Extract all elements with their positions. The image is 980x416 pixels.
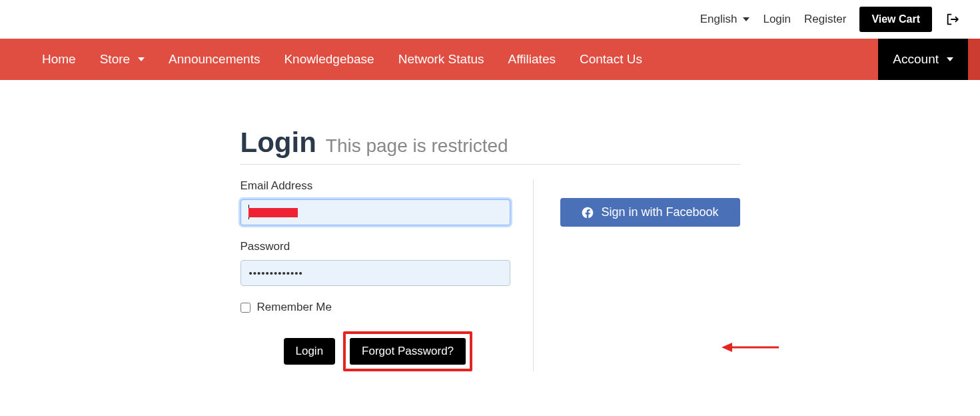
email-group: Email Address [241,179,506,225]
button-row: Login Forgot Password? [241,331,506,371]
page-title-row: Login This page is restricted [241,127,740,165]
nav-store[interactable]: Store [88,40,157,79]
remember-checkbox[interactable] [241,303,250,313]
password-input[interactable] [241,260,510,286]
register-link[interactable]: Register [804,13,846,26]
topbar: English Login Register View Cart [0,0,980,39]
nav-home[interactable]: Home [30,40,88,79]
password-label: Password [241,240,506,253]
login-layout: Email Address Password Remember Me Login [241,179,740,371]
email-label: Email Address [241,179,506,193]
login-form-column: Email Address Password Remember Me Login [241,179,534,371]
main-nav: Home Store Announcements Knowledgebase N… [0,39,980,80]
facebook-signin-button[interactable]: Sign in with Facebook [560,198,740,227]
view-cart-button[interactable]: View Cart [859,7,932,32]
nav-account[interactable]: Account [878,39,968,80]
nav-account-label: Account [893,52,939,67]
password-group: Password [241,240,506,286]
caret-down-icon [743,17,749,21]
remember-row: Remember Me [241,301,506,314]
nav-affiliates[interactable]: Affiliates [496,40,567,79]
page-subtitle: This page is restricted [326,135,508,157]
login-link[interactable]: Login [763,13,791,26]
page-title: Login [241,127,316,159]
forgot-password-button[interactable]: Forgot Password? [350,338,466,365]
nav-store-label: Store [100,52,130,67]
social-login-column: Sign in with Facebook [534,179,740,371]
login-button[interactable]: Login [284,338,336,365]
main-content: Login This page is restricted Email Addr… [227,127,753,371]
remember-label[interactable]: Remember Me [257,301,332,314]
language-label: English [700,13,737,26]
nav-network-status[interactable]: Network Status [386,40,496,79]
facebook-label: Sign in with Facebook [601,205,718,219]
annotation-arrow-icon [720,339,780,355]
nav-announcements[interactable]: Announcements [157,40,272,79]
caret-down-icon [947,57,953,61]
logout-icon[interactable] [945,12,960,27]
svg-marker-1 [722,343,732,352]
nav-contact-us[interactable]: Contact Us [568,40,654,79]
annotation-highlight-box: Forgot Password? [343,331,472,371]
facebook-icon [581,206,594,219]
language-selector[interactable]: English [700,13,750,26]
nav-knowledgebase[interactable]: Knowledgebase [272,40,386,79]
caret-down-icon [138,57,145,61]
redaction-bar [248,208,298,217]
email-input-wrap [241,199,510,225]
